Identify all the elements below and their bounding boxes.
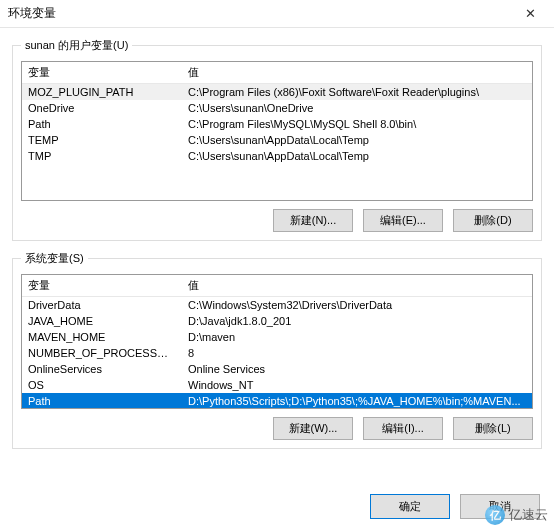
table-row[interactable]: MOZ_PLUGIN_PATHC:\Program Files (x86)\Fo… <box>22 84 532 101</box>
new-user-var-button[interactable]: 新建(N)... <box>273 209 353 232</box>
var-name: TMP <box>22 148 182 164</box>
user-vars-group: sunan 的用户变量(U) 变量 值 MOZ_PLUGIN_PATHC:\Pr… <box>12 38 542 241</box>
var-value: D:\Java\jdk1.8.0_201 <box>182 313 532 329</box>
delete-user-var-button[interactable]: 删除(D) <box>453 209 533 232</box>
table-row[interactable]: NUMBER_OF_PROCESSORS8 <box>22 345 532 361</box>
var-value: D:\Python35\Scripts\;D:\Python35\;%JAVA_… <box>182 393 532 409</box>
user-buttons: 新建(N)... 编辑(E)... 删除(D) <box>21 209 533 232</box>
table-row[interactable]: PathC:\Program Files\MySQL\MySQL Shell 8… <box>22 116 532 132</box>
var-name: OneDrive <box>22 100 182 116</box>
close-icon[interactable]: ✕ <box>514 6 546 21</box>
delete-sys-var-button[interactable]: 删除(L) <box>453 417 533 440</box>
var-value: Windows_NT <box>182 377 532 393</box>
dialog-content: sunan 的用户变量(U) 变量 值 MOZ_PLUGIN_PATHC:\Pr… <box>0 28 554 449</box>
table-row[interactable]: TEMPC:\Users\sunan\AppData\Local\Temp <box>22 132 532 148</box>
sys-vars-legend: 系统变量(S) <box>21 251 88 266</box>
titlebar: 环境变量 ✕ <box>0 0 554 28</box>
col-value[interactable]: 值 <box>182 275 532 297</box>
table-row[interactable]: TMPC:\Users\sunan\AppData\Local\Temp <box>22 148 532 164</box>
user-vars-legend: sunan 的用户变量(U) <box>21 38 132 53</box>
dialog-buttons: 确定 取消 <box>370 494 540 519</box>
var-value: C:\Users\sunan\AppData\Local\Temp <box>182 132 532 148</box>
var-name: Path <box>22 116 182 132</box>
var-name: OnlineServices <box>22 361 182 377</box>
var-value: C:\Users\sunan\OneDrive <box>182 100 532 116</box>
var-value: D:\maven <box>182 329 532 345</box>
var-name: JAVA_HOME <box>22 313 182 329</box>
var-name: Path <box>22 393 182 409</box>
table-row[interactable]: OnlineServicesOnline Services <box>22 361 532 377</box>
table-row[interactable]: DriverDataC:\Windows\System32\Drivers\Dr… <box>22 297 532 314</box>
sys-vars-list[interactable]: 变量 值 DriverDataC:\Windows\System32\Drive… <box>21 274 533 409</box>
table-row[interactable]: PathD:\Python35\Scripts\;D:\Python35\;%J… <box>22 393 532 409</box>
var-name: MOZ_PLUGIN_PATH <box>22 84 182 101</box>
var-name: NUMBER_OF_PROCESSORS <box>22 345 182 361</box>
new-sys-var-button[interactable]: 新建(W)... <box>273 417 353 440</box>
var-value: C:\Windows\System32\Drivers\DriverData <box>182 297 532 314</box>
table-row[interactable]: OSWindows_NT <box>22 377 532 393</box>
edit-user-var-button[interactable]: 编辑(E)... <box>363 209 443 232</box>
table-row[interactable]: JAVA_HOMED:\Java\jdk1.8.0_201 <box>22 313 532 329</box>
var-value: 8 <box>182 345 532 361</box>
user-vars-list[interactable]: 变量 值 MOZ_PLUGIN_PATHC:\Program Files (x8… <box>21 61 533 201</box>
var-name: OS <box>22 377 182 393</box>
var-name: TEMP <box>22 132 182 148</box>
var-value: C:\Users\sunan\AppData\Local\Temp <box>182 148 532 164</box>
sys-vars-group: 系统变量(S) 变量 值 DriverDataC:\Windows\System… <box>12 251 542 449</box>
table-row[interactable]: OneDriveC:\Users\sunan\OneDrive <box>22 100 532 116</box>
col-value[interactable]: 值 <box>182 62 532 84</box>
cancel-button[interactable]: 取消 <box>460 494 540 519</box>
table-row[interactable]: MAVEN_HOMED:\maven <box>22 329 532 345</box>
var-value: C:\Program Files (x86)\Foxit Software\Fo… <box>182 84 532 101</box>
col-variable[interactable]: 变量 <box>22 62 182 84</box>
sys-buttons: 新建(W)... 编辑(I)... 删除(L) <box>21 417 533 440</box>
edit-sys-var-button[interactable]: 编辑(I)... <box>363 417 443 440</box>
var-name: MAVEN_HOME <box>22 329 182 345</box>
col-variable[interactable]: 变量 <box>22 275 182 297</box>
var-name: DriverData <box>22 297 182 314</box>
var-value: C:\Program Files\MySQL\MySQL Shell 8.0\b… <box>182 116 532 132</box>
window-title: 环境变量 <box>8 5 514 22</box>
var-value: Online Services <box>182 361 532 377</box>
ok-button[interactable]: 确定 <box>370 494 450 519</box>
